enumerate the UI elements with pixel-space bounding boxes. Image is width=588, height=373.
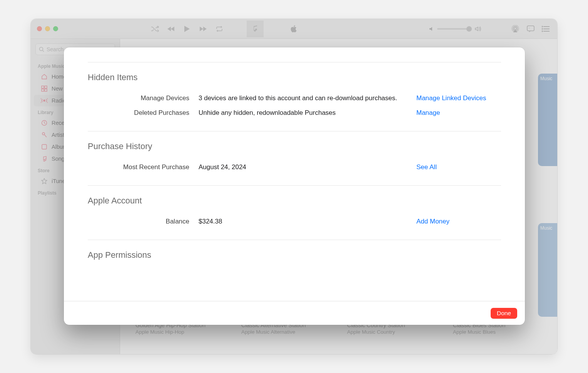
svg-rect-12 [45,89,47,91]
toolbar: ” [31,19,557,39]
radio-icon [41,97,48,104]
row-deleted-purchases: Deleted Purchases Unhide any hidden, red… [88,106,501,120]
mic-icon [41,131,48,138]
app-window: ” Search Apple Music Home New Radio Libr… [31,19,557,354]
manage-hidden-link[interactable]: Manage [416,109,440,116]
svg-point-0 [514,27,516,30]
star-icon [41,178,48,185]
shuffle-icon[interactable] [150,25,159,33]
svg-rect-3 [527,26,534,31]
airplay-icon[interactable] [511,25,520,33]
close-window-button[interactable] [37,26,42,31]
section-hidden-items: Hidden Items Manage Devices 3 devices ar… [88,62,501,131]
svg-point-7 [542,31,543,32]
svg-text:”: ” [529,27,530,30]
volume-high-icon [475,26,481,32]
modal-footer: Done [64,301,525,325]
row-value: 3 devices are linked to this account and… [199,94,416,102]
play-icon[interactable] [183,25,191,33]
svg-point-8 [40,47,43,51]
apple-logo-icon [290,25,298,33]
svg-point-6 [542,29,543,29]
now-playing-thumbnail[interactable] [247,20,264,37]
row-label: Deleted Purchases [88,109,199,117]
section-apple-account: Apple Account Balance $324.38 Add Money [88,185,501,240]
repeat-icon[interactable] [215,25,224,33]
grid-icon [41,85,48,92]
album-icon [41,143,48,150]
search-icon [39,47,44,52]
row-label: Most Recent Purchase [88,163,199,171]
see-all-link[interactable]: See All [416,163,437,171]
row-value: $324.38 [199,218,416,225]
row-value: Unhide any hidden, redownloadable Purcha… [199,109,416,117]
volume-low-icon [429,26,434,32]
row-balance: Balance $324.38 Add Money [88,214,501,229]
previous-track-icon[interactable] [167,25,175,33]
lyrics-icon[interactable]: ” [526,25,535,33]
section-title: Purchase History [88,141,501,151]
window-controls [31,26,58,31]
note-icon [41,155,48,162]
clock-icon [41,119,48,126]
svg-rect-10 [45,86,47,88]
section-title: Hidden Items [88,72,501,82]
section-title: Apple Account [88,196,501,206]
svg-rect-9 [42,86,44,88]
row-most-recent-purchase: Most Recent Purchase August 24, 2024 See… [88,160,501,175]
bg-tile-2: Music [538,223,557,317]
bg-tile-1: Music [538,74,557,166]
minimize-window-button[interactable] [45,26,50,31]
row-label: Balance [88,218,199,225]
row-value: August 24, 2024 [199,163,416,171]
section-purchase-history: Purchase History Most Recent Purchase Au… [88,131,501,185]
section-app-permissions: App Permissions [88,240,501,271]
volume-slider[interactable] [437,28,472,30]
svg-point-13 [43,100,45,101]
list-icon[interactable] [542,25,550,32]
next-track-icon[interactable] [199,25,207,33]
home-icon [41,73,48,80]
section-title: App Permissions [88,250,501,260]
row-label: Manage Devices [88,94,199,102]
volume-control[interactable] [429,26,481,32]
svg-rect-16 [42,144,47,149]
add-money-link[interactable]: Add Money [416,218,449,225]
svg-rect-11 [42,89,44,91]
manage-linked-devices-link[interactable]: Manage Linked Devices [416,94,486,102]
row-manage-devices: Manage Devices 3 devices are linked to t… [88,91,501,106]
fullscreen-window-button[interactable] [53,26,58,31]
account-info-modal: Hidden Items Manage Devices 3 devices ar… [64,47,525,325]
svg-point-5 [542,26,543,27]
done-button[interactable]: Done [491,308,517,319]
search-placeholder: Search [47,46,63,52]
